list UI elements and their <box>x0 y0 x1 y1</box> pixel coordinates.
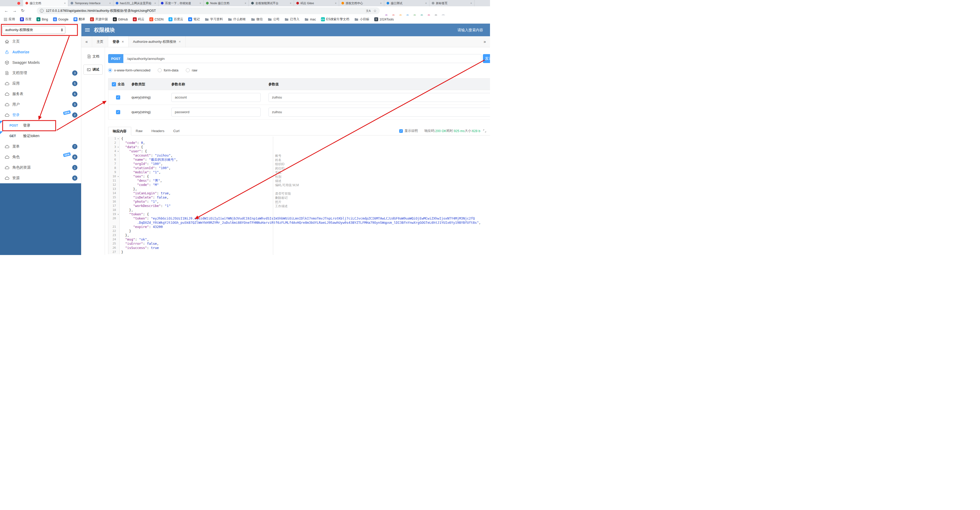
reload-button[interactable]: ↻ <box>21 9 24 13</box>
sidebar-item-login-post[interactable]: POST登录 <box>0 120 81 131</box>
bookmark-item[interactable]: GGoogle <box>53 18 68 21</box>
radio-icon[interactable] <box>108 68 112 72</box>
browser-tab[interactable]: 授权文档中心× <box>339 0 384 6</box>
tab-close-icon[interactable]: × <box>64 2 65 5</box>
row-checkbox[interactable] <box>116 110 120 114</box>
bookmark-item[interactable]: 百百度 <box>20 17 32 22</box>
bookmark-item[interactable]: T1024Tools <box>374 18 394 21</box>
sidebar-item-menu[interactable]: 菜单7 <box>0 141 81 152</box>
api-path-field[interactable]: /api/authority/anno/login <box>123 54 481 63</box>
fold-toggle-icon[interactable] <box>118 137 119 141</box>
sidebar-item-app[interactable]: 应用5 <box>0 78 81 89</box>
content-type-option[interactable]: raw <box>186 68 197 72</box>
tab-close-icon[interactable]: × <box>245 2 246 5</box>
sidebar-item-home[interactable]: 主页 <box>0 36 81 47</box>
fold-toggle-icon[interactable] <box>118 174 119 178</box>
address-bar[interactable]: i 127.0.0.1:8760/api/gate/doc.html#/auth… <box>37 7 380 14</box>
fold-toggle-icon[interactable] <box>118 212 119 217</box>
select-spinner-icon[interactable] <box>60 27 64 33</box>
bookmark-item[interactable]: 小目标 <box>354 17 369 22</box>
search-input[interactable] <box>441 28 483 32</box>
site-info-icon[interactable]: i <box>40 9 44 13</box>
browser-tab[interactable]: hao123_上网从这里开始× <box>113 0 159 6</box>
browser-tab[interactable]: Node 接口文档× <box>204 0 249 6</box>
content-tab[interactable]: 主页 <box>92 36 108 47</box>
sidebar-item-role[interactable]: 角色NEW8 <box>0 152 81 162</box>
sidebar-item-authorize[interactable]: Authorize <box>0 47 81 57</box>
browser-tab[interactable]: 百度一下，你就知道× <box>159 0 204 6</box>
select-all-checkbox[interactable] <box>112 82 116 86</box>
browser-tab[interactable]: 新标签页× <box>430 0 474 6</box>
bookmark-item[interactable]: mac <box>304 18 316 21</box>
browser-tab[interactable]: Temporary Interface× <box>68 0 113 6</box>
content-type-option[interactable]: x-www-form-urlencoded <box>108 68 150 72</box>
radio-icon[interactable] <box>186 68 190 72</box>
tab-close-icon[interactable]: × <box>335 2 336 5</box>
param-name-input[interactable]: account <box>171 93 261 102</box>
sidebar-item-verify-token-get[interactable]: GET验证token <box>0 131 81 141</box>
content-tab[interactable]: Authorize-authority-权限模块× <box>129 36 186 47</box>
sidebar-item-resource[interactable]: 资源6 <box>0 173 81 183</box>
sidebar-item-doc-manage[interactable]: 文档管理3 <box>0 68 81 78</box>
bookmark-item[interactable]: 应用 <box>4 17 15 22</box>
bookmark-item[interactable]: 公司 <box>268 17 280 22</box>
fold-toggle-icon[interactable] <box>118 149 119 153</box>
param-value-input[interactable]: zuihou <box>269 108 490 116</box>
sidebar-item-login[interactable]: 登录NEW2 <box>0 110 81 120</box>
tab-close-icon[interactable]: × <box>154 2 156 5</box>
sidebar-item-swagger-models[interactable]: Swagger Models <box>0 57 81 68</box>
response-tab-Raw[interactable]: Raw <box>131 127 147 135</box>
row-checkbox[interactable] <box>116 95 120 100</box>
browser-tab[interactable]: 码云 Gitee× <box>294 0 339 6</box>
rail-item-调试[interactable]: 调试 <box>83 65 103 75</box>
tab-close-icon[interactable]: × <box>470 2 472 5</box>
forward-button[interactable]: → <box>13 9 17 13</box>
bookmark-item[interactable]: ESES搜索引擎文档 <box>321 17 349 22</box>
content-type-option[interactable]: form-data <box>158 68 178 72</box>
bookmark-item[interactable]: G码云 <box>133 17 144 22</box>
back-button[interactable]: ← <box>4 9 8 13</box>
translate-icon[interactable]: 文A <box>366 9 371 13</box>
tab-close-icon[interactable]: × <box>122 40 124 44</box>
browser-tab[interactable]: 全栈智能测试平台× <box>249 0 294 6</box>
module-select[interactable]: authority-权限模块 <box>2 26 65 34</box>
bookmark-item[interactable]: N笔记 <box>188 17 200 22</box>
response-tab-响应内容[interactable]: 响应内容 <box>108 127 131 135</box>
window-close-button[interactable] <box>18 2 20 5</box>
bookmark-item[interactable]: 什么都有 <box>228 17 246 22</box>
tab-close-icon[interactable]: × <box>179 40 181 44</box>
sidebar-item-service-table[interactable]: 服务表6 <box>0 89 81 99</box>
bookmark-item[interactable]: C开源中国 <box>90 17 108 22</box>
fold-toggle-icon[interactable] <box>118 145 119 149</box>
rail-item-文档[interactable]: 文档 <box>83 51 103 61</box>
browser-tab[interactable]: 接口测试× <box>384 0 430 6</box>
tabs-expand-icon[interactable]: » <box>479 36 490 47</box>
response-tab-Headers[interactable]: Headers <box>147 127 169 135</box>
tab-close-icon[interactable]: × <box>425 2 427 5</box>
bookmark-star-icon[interactable]: ☆ <box>373 9 377 13</box>
content-tab[interactable]: 登录× <box>108 36 129 47</box>
bookmark-item[interactable]: CCSDN <box>150 18 164 21</box>
bookmark-item[interactable]: 云百度云 <box>169 17 183 22</box>
menu-toggle-icon[interactable] <box>85 29 90 32</box>
bookmark-item[interactable]: 已导入 <box>285 17 299 22</box>
radio-icon[interactable] <box>158 68 162 72</box>
bookmark-item[interactable]: 译翻译 <box>73 17 85 22</box>
tabs-collapse-icon[interactable]: « <box>81 36 92 47</box>
sidebar-item-user[interactable]: 用户9 <box>0 99 81 110</box>
bookmark-item[interactable]: GGitHub <box>113 18 128 21</box>
fullscreen-icon[interactable] <box>483 129 486 132</box>
sidebar-item-role-resource[interactable]: 角色的资源1 <box>0 162 81 173</box>
tab-close-icon[interactable]: × <box>109 2 111 5</box>
send-button[interactable]: 发送 <box>483 54 490 63</box>
show-desc-checkbox[interactable] <box>399 129 403 133</box>
bookmark-item[interactable]: 学习资料 <box>205 17 223 22</box>
tab-close-icon[interactable]: × <box>290 2 291 5</box>
bookmark-item[interactable]: bBing <box>37 18 48 21</box>
param-value-input[interactable]: zuihou <box>269 93 490 102</box>
browser-tab[interactable]: 接口文档× <box>23 0 68 6</box>
bookmark-item[interactable]: 微信 <box>251 17 263 22</box>
response-tab-Curl[interactable]: Curl <box>169 127 184 135</box>
param-name-input[interactable]: password <box>171 108 261 116</box>
tab-close-icon[interactable]: × <box>380 2 382 5</box>
